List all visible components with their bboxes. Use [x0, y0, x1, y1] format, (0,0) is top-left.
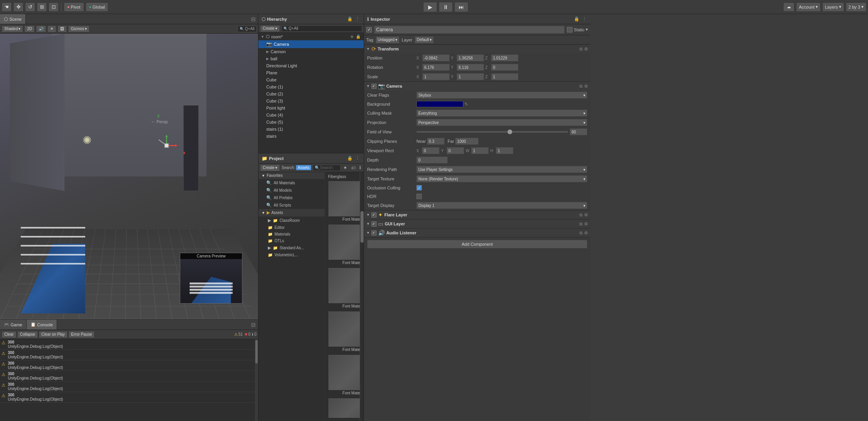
- pos-z-input[interactable]: [491, 54, 518, 61]
- rect-tool-btn[interactable]: ⊡: [48, 2, 59, 12]
- hierarchy-item-cube5[interactable]: Cube (5): [258, 119, 364, 126]
- console-scrollbar[interactable]: [255, 339, 258, 421]
- layers-dropdown[interactable]: Layers ▾: [822, 2, 844, 12]
- scale-z-input[interactable]: [491, 73, 518, 80]
- pos-y-input[interactable]: [457, 54, 484, 61]
- project-bookmark-btn[interactable]: ★: [342, 165, 348, 170]
- hierarchy-item-cube2[interactable]: Cube (2): [258, 90, 364, 97]
- project-tag-btn[interactable]: 🏷: [350, 166, 357, 170]
- add-component-btn[interactable]: Add Component: [367, 240, 587, 248]
- layer-dropdown[interactable]: Default ▾: [415, 36, 434, 43]
- camera-section-header[interactable]: ▼ ✓ 📷 Camera ⧉ ⚙: [364, 82, 590, 90]
- step-button[interactable]: ⏭: [454, 2, 468, 12]
- camera-enabled-checkbox[interactable]: ✓: [371, 84, 377, 89]
- console-entry-0[interactable]: ⚠ 300 UnityEngine.Debug:Log(Object): [0, 339, 258, 350]
- near-input[interactable]: [427, 138, 445, 145]
- project-menu-btn[interactable]: ⋮: [355, 156, 360, 161]
- scene-collapse-btn[interactable]: ⊟: [249, 16, 258, 22]
- rot-x-input[interactable]: [422, 64, 450, 71]
- assets-standard-folder[interactable]: ▶ 📁 Standard As...: [258, 244, 325, 252]
- hierarchy-item-camera[interactable]: 📷 Camera: [258, 40, 364, 48]
- vp-w-input[interactable]: [471, 147, 489, 154]
- hand-tool-btn[interactable]: ☚: [2, 2, 12, 12]
- transform-settings-icon[interactable]: ⚙: [584, 47, 588, 52]
- rendering-path-dropdown[interactable]: Use Player Settings ▾: [416, 166, 587, 173]
- assets-filter-btn[interactable]: Assets: [296, 165, 311, 170]
- static-checkbox[interactable]: [567, 27, 572, 32]
- asset-item-3[interactable]: Font Material: [326, 310, 360, 353]
- clear-on-play-btn[interactable]: Clear on Play: [39, 331, 68, 338]
- scene-search-input[interactable]: 🔍 Q+All: [238, 26, 256, 32]
- scene-canvas[interactable]: ✺ ← Persp y x: [0, 34, 258, 319]
- hierarchy-item-ball[interactable]: ▶ ball: [258, 55, 364, 62]
- tab-game[interactable]: 🎮 Game: [0, 320, 27, 329]
- hierarchy-create-btn[interactable]: Create ▾: [260, 25, 280, 32]
- scale-x-input[interactable]: [422, 73, 450, 80]
- scale-tool-btn[interactable]: ⊞: [37, 2, 47, 12]
- console-entry-1[interactable]: ⚠ 300 UnityEngine.Debug:Log(Object): [0, 350, 258, 360]
- pause-button[interactable]: ⏸: [439, 2, 453, 12]
- hdr-checkbox[interactable]: [416, 194, 422, 199]
- asset-item-0[interactable]: Font Material: [326, 180, 360, 223]
- asset-scrollbar[interactable]: [360, 172, 364, 421]
- hierarchy-item-cube3[interactable]: Cube (3): [258, 97, 364, 104]
- vp-x-input[interactable]: [422, 147, 439, 154]
- assets-otls-folder[interactable]: 📁 OTLs: [258, 237, 325, 244]
- rotate-tool-btn[interactable]: ↺: [25, 2, 35, 12]
- project-search-input[interactable]: 🔍 Search:: [313, 165, 341, 171]
- asset-item-2[interactable]: Font Material: [326, 266, 360, 310]
- asset-item-5[interactable]: [326, 397, 360, 419]
- hierarchy-item-pointlight[interactable]: Point light: [258, 104, 364, 112]
- hierarchy-item-cannon[interactable]: ▶ Cannon: [258, 48, 364, 55]
- 2d-btn[interactable]: 2D: [24, 25, 35, 32]
- fav-item-models[interactable]: 🔍 All Models: [258, 187, 325, 194]
- cloud-button[interactable]: ☁: [783, 2, 794, 12]
- gizmos-btn[interactable]: Gizmos ▾: [68, 25, 90, 32]
- hierarchy-item-stairs1[interactable]: stairs (1): [258, 126, 364, 133]
- flare-settings-icon[interactable]: ⚙: [584, 212, 588, 218]
- hierarchy-lock-btn[interactable]: 🔒: [346, 16, 353, 22]
- rot-z-input[interactable]: [491, 64, 518, 71]
- hierarchy-item-stairs[interactable]: stairs: [258, 133, 364, 140]
- assets-editor-folder[interactable]: 📁 Editor: [258, 224, 325, 231]
- hierarchy-item-cube4[interactable]: Cube (4): [258, 112, 364, 119]
- audio-listener-header[interactable]: ▼ ✓ 🔊 Audio Listener ⧉ ⚙: [364, 228, 590, 237]
- gui-layer-header[interactable]: ▼ ✓ ▭ GUI Layer ⧉ ⚙: [364, 219, 590, 228]
- move-tool-btn[interactable]: ✥: [13, 2, 23, 12]
- hierarchy-item-plane[interactable]: Plane: [258, 69, 364, 76]
- target-texture-dropdown[interactable]: None (Render Texture) ▾: [416, 175, 587, 182]
- rot-y-input[interactable]: [457, 64, 484, 71]
- object-name-input[interactable]: [374, 26, 565, 34]
- project-lock-btn[interactable]: 🔒: [346, 156, 353, 161]
- shading-mode-btn[interactable]: Shaded ▾: [2, 25, 23, 32]
- bottom-collapse-btn[interactable]: ⊟: [249, 322, 258, 328]
- static-dropdown-arrow[interactable]: ▾: [586, 27, 588, 32]
- projection-dropdown[interactable]: Perspective ▾: [416, 119, 587, 126]
- fov-slider-thumb[interactable]: [508, 130, 512, 134]
- hierarchy-scene-root[interactable]: ▼ ⬡ room* ⊕ 🔒: [258, 33, 364, 40]
- gui-checkbox[interactable]: ✓: [371, 221, 377, 227]
- flare-copy-icon[interactable]: ⧉: [579, 212, 583, 218]
- gui-settings-icon[interactable]: ⚙: [584, 221, 588, 227]
- asset-item-4[interactable]: Font Material: [326, 353, 360, 397]
- fov-slider[interactable]: [416, 131, 568, 133]
- error-pause-btn[interactable]: Error Pause: [68, 331, 95, 338]
- object-active-checkbox[interactable]: ✓: [366, 27, 372, 32]
- audio-copy-icon[interactable]: ⧉: [579, 230, 583, 236]
- culling-mask-dropdown[interactable]: Everything ▾: [416, 110, 587, 117]
- tab-scene[interactable]: ⬡ Scene: [0, 14, 26, 24]
- far-input[interactable]: [455, 138, 479, 145]
- fav-item-prefabs[interactable]: 🔍 All Prefabs: [258, 194, 325, 202]
- console-entry-2[interactable]: ⚠ 300 UnityEngine.Debug:Log(Object): [0, 360, 258, 371]
- project-create-btn[interactable]: Create ▾: [260, 164, 280, 171]
- vp-h-input[interactable]: [496, 147, 513, 154]
- gui-copy-icon[interactable]: ⧉: [579, 221, 583, 227]
- collapse-btn[interactable]: Collapse: [17, 331, 38, 338]
- audio-btn[interactable]: 🔊: [36, 25, 46, 32]
- console-entry-5[interactable]: ⚠ 300 UnityEngine.Debug:Log(Object): [0, 392, 258, 403]
- account-dropdown[interactable]: Account ▾: [796, 2, 821, 12]
- pos-x-input[interactable]: [422, 54, 450, 61]
- hierarchy-search[interactable]: 🔍 Q+All: [282, 25, 362, 32]
- assets-materials-folder[interactable]: 📁 Materials: [258, 231, 325, 237]
- background-color-swatch[interactable]: [416, 101, 463, 107]
